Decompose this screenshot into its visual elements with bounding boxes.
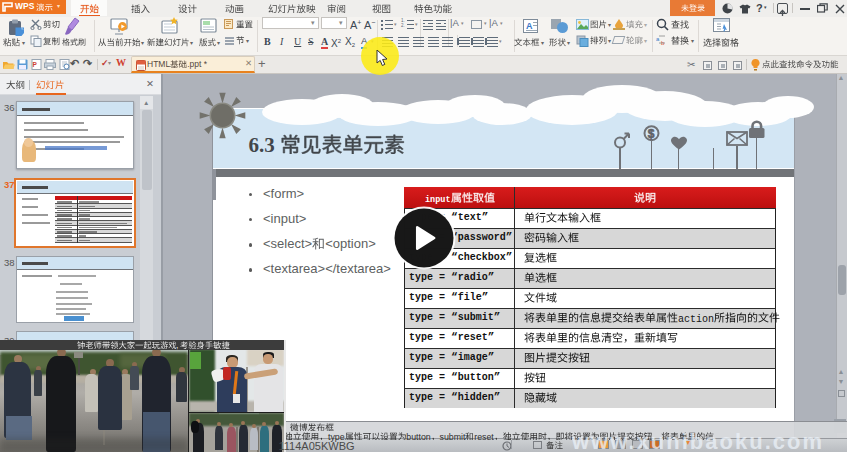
- svg-text:$: $: [648, 127, 655, 141]
- svg-text:P: P: [33, 61, 38, 68]
- svg-text:a: a: [656, 36, 660, 42]
